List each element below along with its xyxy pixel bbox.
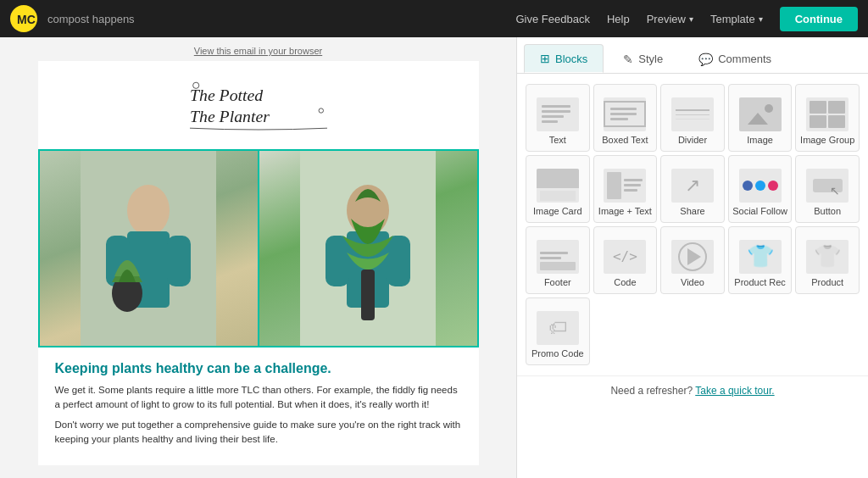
image-group-block-icon [806, 97, 849, 131]
email-heading: Keeping plants healthy can be a challeng… [55, 361, 462, 376]
image-text-block-icon [604, 169, 646, 203]
button-block-icon: ↖ [806, 169, 849, 203]
image-text-block-label: Image + Text [598, 206, 652, 217]
comments-icon: 💬 [698, 53, 713, 66]
email-image-left [40, 151, 258, 346]
divider-block-icon [671, 97, 714, 131]
tshirt-outline-icon: 👕 [814, 243, 841, 270]
footer-block-icon [537, 240, 579, 274]
give-feedback-link[interactable]: Give Feedback [515, 13, 589, 25]
text-block-icon [537, 97, 579, 131]
block-image-text[interactable]: Image + Text [593, 155, 658, 223]
block-text[interactable]: Text [526, 84, 590, 152]
email-logo-area: The Potted The Planter [38, 61, 479, 149]
plant-image-1 [40, 151, 258, 346]
block-image[interactable]: Image [728, 84, 793, 152]
image-card-block-icon [537, 169, 579, 203]
svg-rect-15 [326, 236, 349, 286]
block-video[interactable]: Video [660, 226, 725, 294]
button-block-label: Button [814, 206, 841, 217]
product-block-icon: 👕 [806, 240, 849, 274]
video-block-label: Video [681, 277, 704, 288]
product-rec-block-label: Product Rec [734, 277, 786, 288]
block-product[interactable]: 👕 Product [795, 226, 860, 294]
social-follow-block-label: Social Follow [732, 206, 787, 217]
panel-footer: Need a refresher? Take a quick tour. [517, 375, 868, 405]
svg-text:The Planter: The Planter [190, 107, 270, 125]
quick-tour-link[interactable]: Take a quick tour. [695, 385, 774, 397]
preview-dropdown[interactable]: Preview [647, 13, 693, 25]
svg-rect-16 [387, 236, 410, 286]
promo-tag-icon: 🏷 [548, 317, 567, 339]
social-follow-block-icon [739, 169, 782, 203]
email-content: The Potted The Planter [38, 61, 479, 465]
image-card-block-label: Image Card [533, 206, 581, 217]
image-block-label: Image [747, 135, 773, 146]
block-image-card[interactable]: Image Card [526, 155, 590, 223]
grid-icon: ⊞ [540, 52, 550, 65]
code-block-label: Code [614, 277, 636, 288]
block-social-follow[interactable]: Social Follow [728, 155, 793, 223]
block-button[interactable]: ↖ Button [795, 155, 860, 223]
divider-block-label: Divider [678, 135, 707, 146]
plant-photo-2-svg [300, 151, 436, 346]
svg-point-5 [319, 108, 323, 113]
email-text-area: Keeping plants healthy can be a challeng… [38, 347, 479, 465]
top-navigation: MC compost happens Give Feedback Help Pr… [0, 0, 868, 37]
style-icon: ✎ [623, 53, 633, 66]
svg-point-7 [127, 185, 170, 236]
plant-image-2 [259, 151, 477, 346]
block-divider[interactable]: Divider [660, 84, 725, 152]
promo-code-block-label: Promo Code [531, 348, 584, 359]
share-block-icon: ↗ [671, 169, 714, 203]
cursor-icon: ↖ [830, 184, 840, 197]
view-in-browser-link[interactable]: View this email in your browser [0, 37, 516, 61]
footer-block-label: Footer [544, 277, 571, 288]
mailchimp-logo[interactable]: MC [10, 5, 37, 32]
block-footer[interactable]: Footer [526, 226, 590, 294]
promo-code-block-icon: 🏷 [537, 311, 579, 345]
block-code[interactable]: </> Code [593, 226, 658, 294]
text-block-label: Text [549, 135, 566, 146]
tab-blocks[interactable]: ⊞ Blocks [524, 44, 604, 73]
continue-button[interactable]: Continue [780, 7, 858, 31]
boxed-text-block-icon [604, 97, 646, 131]
tab-style-label: Style [638, 53, 663, 65]
svg-text:MC: MC [17, 13, 36, 26]
campaign-title: compost happens [47, 13, 505, 25]
email-image-right [258, 151, 477, 346]
main-layout: View this email in your browser The Pott… [0, 37, 868, 478]
boxed-text-block-label: Boxed Text [602, 135, 648, 146]
block-image-group[interactable]: Image Group [795, 84, 860, 152]
share-arrow-icon: ↗ [685, 175, 700, 197]
code-block-icon: </> [604, 240, 646, 274]
help-link[interactable]: Help [607, 13, 630, 25]
share-block-label: Share [680, 206, 704, 217]
tab-blocks-label: Blocks [555, 53, 587, 65]
panel-tabs: ⊞ Blocks ✎ Style 💬 Comments [517, 37, 868, 74]
template-dropdown[interactable]: Template [710, 13, 763, 25]
block-product-rec[interactable]: 👕 Product Rec [728, 226, 793, 294]
product-rec-block-icon: 👕 [739, 240, 782, 274]
tshirt-icon: 👕 [747, 243, 774, 270]
product-block-label: Product [811, 277, 843, 288]
tab-comments[interactable]: 💬 Comments [682, 44, 787, 73]
block-promo-code[interactable]: 🏷 Promo Code [526, 297, 590, 365]
tab-comments-label: Comments [718, 53, 771, 65]
plant-photo-1-svg [81, 151, 216, 346]
nav-right: Give Feedback Help Preview Template Cont… [515, 7, 858, 31]
refresh-text: Need a refresher? [610, 385, 693, 397]
email-body-2: Don't worry we put together a comprehens… [55, 418, 462, 447]
block-share[interactable]: ↗ Share [660, 155, 725, 223]
blocks-grid: Text Boxed Text [517, 74, 868, 375]
email-images-row [38, 149, 479, 347]
email-body-1: We get it. Some plants require a little … [55, 383, 462, 413]
svg-text:The Potted: The Potted [190, 86, 263, 104]
email-preview-panel: View this email in your browser The Pott… [0, 37, 516, 478]
image-group-block-label: Image Group [800, 135, 854, 146]
block-boxed-text[interactable]: Boxed Text [593, 84, 658, 152]
tab-style[interactable]: ✎ Style [607, 44, 679, 73]
brand-logo: The Potted The Planter [38, 69, 479, 141]
video-block-icon [671, 240, 714, 274]
svg-rect-17 [361, 270, 375, 320]
